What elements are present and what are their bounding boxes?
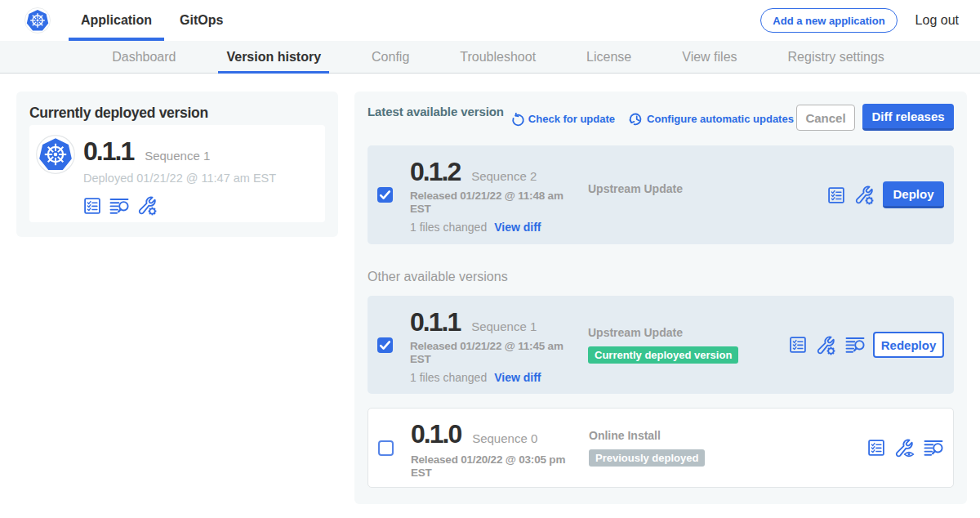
deployed-version-info: 0.1.1 Sequence 1 Deployed 01/21/22 @ 11:… [83,134,276,216]
currently-deployed-badge: Currently deployed version [588,346,738,364]
view-diff-link[interactable]: View diff [494,221,541,234]
subnav-tab-license-label: License [586,50,631,65]
deployed-version-actions [83,195,276,216]
version-source-column: Upstream Update [588,182,827,195]
released-line-1: Released 01/21/22 @ 11:48 am [410,190,564,202]
topbar-actions: Add a new application Log out [760,0,959,41]
deploy-button[interactable]: Deploy [883,181,944,208]
version-checkbox-0.1.1[interactable] [377,337,393,353]
version-actions-column: Redeploy [789,332,944,358]
deployed-sequence-label: Sequence 1 [145,149,210,163]
version-actions-column: Deploy [827,181,944,208]
schedule-update-icon [629,112,644,127]
subnav-tab-view-files[interactable]: View files [657,41,762,73]
version-line: 0.1.1 Sequence 1 [83,139,276,163]
version-source-label: Upstream Update [588,182,827,195]
edit-config-icon[interactable] [137,195,158,216]
version-row-0.1.2: 0.1.2 Sequence 2 Released 01/21/22 @ 11:… [368,145,954,244]
sequence-label: Sequence 0 [472,431,537,445]
version-number: 0.1.2 [410,159,461,184]
released-line-2: EST [410,203,431,215]
version-line: 0.1.2 Sequence 2 [410,159,588,184]
add-new-application-button[interactable]: Add a new application [760,8,897,33]
subnav-tab-config[interactable]: Config [346,41,434,73]
tab-application[interactable]: Application [69,0,164,41]
version-info-column: 0.1.2 Sequence 2 Released 01/21/22 @ 11:… [410,145,588,234]
sequence-label: Sequence 1 [471,319,537,333]
logout-link[interactable]: Log out [915,13,959,28]
check-for-update-link[interactable]: Check for update [511,112,615,131]
subnav-tab-dashboard[interactable]: Dashboard [87,41,201,73]
configure-automatic-updates-label: Configure automatic updates [647,113,794,125]
configure-automatic-updates-link[interactable]: Configure automatic updates [629,111,794,131]
currently-deployed-card: Currently deployed version 0.1.1 Sequenc… [16,92,338,237]
files-changed-label: 1 files changed [410,221,487,234]
app-subnav: Dashboard Version history Config Trouble… [0,41,980,74]
released-timestamp: Released 01/20/22 @ 03:05 pm EST [411,453,589,479]
top-navbar: Application GitOps Add a new application… [0,0,980,41]
subnav-tab-registry-settings-label: Registry settings [788,50,884,65]
version-history-panel: Latest available version Check for updat… [354,92,967,504]
release-notes-icon[interactable] [83,197,101,215]
check-for-update-label: Check for update [528,113,615,125]
version-number: 0.1.0 [411,422,462,446]
released-timestamp: Released 01/21/22 @ 11:45 am EST [410,340,588,365]
subnav-tab-registry-settings[interactable]: Registry settings [763,41,910,73]
subnav-tab-troubleshoot-label: Troubleshoot [460,50,536,65]
version-line: 0.1.0 Sequence 0 [411,422,589,446]
subnav-tab-view-files-label: View files [682,50,737,65]
currently-deployed-title: Currently deployed version [29,105,325,121]
top-tabs: Application GitOps [69,0,238,41]
files-changed-line: 1 files changed View diff [410,371,588,384]
version-info-column: 0.1.1 Sequence 1 Released 01/21/22 @ 11:… [410,296,588,384]
view-files-diff-icon[interactable] [109,197,129,215]
sequence-label: Sequence 2 [471,169,537,183]
version-info-column: 0.1.0 Sequence 0 Released 01/20/22 @ 03:… [411,409,589,479]
subnav-tab-version-history[interactable]: Version history [201,41,346,73]
view-config-icon[interactable] [894,438,915,458]
edit-config-icon[interactable] [816,335,836,355]
deployed-timestamp: Deployed 01/21/22 @ 11:47 am EST [83,172,276,185]
version-line: 0.1.1 Sequence 1 [410,310,588,334]
version-checkbox-0.1.2[interactable] [377,187,393,203]
released-line-1: Released 01/20/22 @ 03:05 pm [411,453,565,466]
tab-application-label: Application [81,13,152,28]
released-line-1: Released 01/21/22 @ 11:45 am [410,340,564,352]
previously-deployed-badge: Previously deployed [589,449,705,467]
diff-releases-button[interactable]: Diff releases [862,104,954,131]
version-source-column: Upstream Update Currently deployed versi… [588,326,789,364]
version-source-label: Upstream Update [588,326,789,339]
tab-gitops-label: GitOps [180,13,223,28]
view-diff-link[interactable]: View diff [494,371,541,384]
view-files-diff-icon[interactable] [845,336,865,354]
version-source-label: Online Install [589,429,867,442]
view-files-diff-icon[interactable] [924,439,943,457]
main-content: Currently deployed version 0.1.1 Sequenc… [0,74,980,518]
edit-config-icon[interactable] [854,185,875,205]
latest-available-title: Latest available version [368,105,504,131]
kubernetes-logo-icon [24,7,51,33]
version-checkbox-0.1.0[interactable] [378,440,394,456]
version-row-0.1.1: 0.1.1 Sequence 1 Released 01/21/22 @ 11:… [368,296,954,394]
released-line-2: EST [410,353,431,365]
deployed-version-number: 0.1.1 [83,139,135,163]
version-source-column: Online Install Previously deployed [589,429,867,467]
subnav-tab-version-history-label: Version history [226,50,321,65]
subnav-tab-dashboard-label: Dashboard [112,50,176,65]
redeploy-button[interactable]: Redeploy [873,332,944,358]
subnav-tab-license[interactable]: License [561,41,657,73]
subnav-tab-config-label: Config [372,50,409,65]
released-timestamp: Released 01/21/22 @ 11:48 am EST [410,190,588,215]
release-notes-icon[interactable] [827,186,845,204]
deployed-version-card: 0.1.1 Sequence 1 Deployed 01/21/22 @ 11:… [29,125,325,222]
refresh-icon [511,113,525,127]
version-row-0.1.0: 0.1.0 Sequence 0 Released 01/20/22 @ 03:… [368,408,954,488]
subnav-tab-troubleshoot[interactable]: Troubleshoot [434,41,561,73]
cancel-button[interactable]: Cancel [796,105,855,131]
files-changed-line: 1 files changed View diff [410,221,588,234]
release-notes-icon[interactable] [789,336,807,354]
app-logo-icon [36,135,75,174]
version-actions-column [867,438,943,458]
release-notes-icon[interactable] [867,439,885,457]
tab-gitops[interactable]: GitOps [164,0,238,41]
